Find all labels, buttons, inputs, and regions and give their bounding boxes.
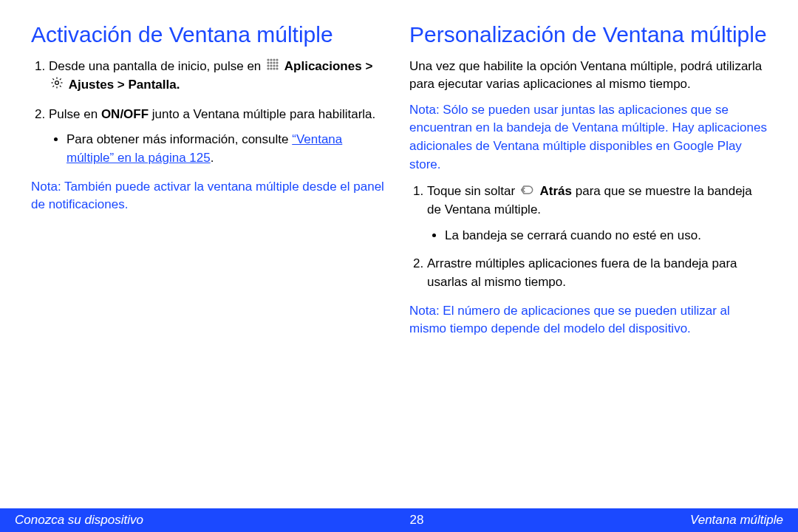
content-columns: Activación de Ventana múltiple Desde una…: [31, 21, 767, 338]
left-column: Activación de Ventana múltiple Desde una…: [31, 21, 389, 338]
back-arrow-icon: [520, 183, 535, 202]
svg-line-24: [60, 79, 61, 81]
svg-point-10: [273, 64, 275, 66]
svg-point-12: [267, 67, 269, 69]
right-step-1: Toque sin soltar Atrás para que se muest…: [427, 183, 767, 245]
svg-point-7: [276, 61, 278, 64]
right-step-1-sub: La bandeja se cerrará cuando no esté en …: [427, 227, 767, 245]
svg-point-1: [270, 58, 272, 61]
svg-point-14: [273, 67, 275, 69]
svg-line-22: [60, 86, 61, 87]
right-note2-text: : El número de aplicaciones que se puede…: [409, 304, 730, 336]
footer-page-number: 28: [409, 513, 423, 528]
manual-page: Activación de Ventana múltiple Desde una…: [0, 0, 798, 532]
svg-point-5: [270, 61, 272, 64]
left-note: Nota: También puede activar la ventana m…: [31, 178, 389, 214]
svg-point-11: [276, 64, 278, 66]
left-step-2: Pulse en ON/OFF junto a Ventana múltiple…: [49, 106, 389, 168]
apps-grid-icon: [266, 58, 279, 77]
right-step-1-atras: Atrás: [540, 184, 572, 198]
left-steps: Desde una pantalla de inicio, pulse en A…: [31, 58, 389, 168]
footer-left: Conozca su dispositivo: [15, 513, 143, 528]
right-note1-text: : Sólo se pueden usar juntas las aplicac…: [409, 103, 767, 171]
svg-point-6: [273, 61, 275, 64]
svg-point-4: [267, 61, 269, 64]
right-steps: Toque sin soltar Atrás para que se muest…: [409, 183, 767, 291]
right-note1-label: Nota: [409, 103, 436, 117]
right-note-1: Nota: Sólo se pueden usar juntas las apl…: [409, 101, 767, 174]
left-step-2-onoff: ON/OFF: [101, 107, 149, 121]
right-step-1-a: Toque sin soltar: [427, 184, 519, 198]
right-intro: Una vez que habilite la opción Ventana m…: [409, 58, 767, 94]
svg-point-13: [270, 67, 272, 69]
left-step-2-sub-1: Para obtener más información, consulte “…: [66, 131, 389, 167]
left-note-label: Nota: [31, 180, 58, 194]
left-sub1-a: Para obtener más información, consulte: [66, 132, 292, 146]
right-note2-label: Nota: [409, 304, 436, 318]
footer-right: Ventana múltiple: [690, 513, 783, 528]
svg-point-2: [273, 58, 275, 61]
right-step-2: Arrastre múltiples aplicaciones fuera de…: [427, 255, 767, 291]
left-sub1-dot: .: [211, 151, 214, 165]
svg-point-9: [270, 64, 272, 66]
right-column: Personalización de Ventana múltiple Una …: [409, 21, 767, 338]
svg-point-16: [55, 81, 59, 85]
left-heading: Activación de Ventana múltiple: [31, 21, 389, 49]
right-heading: Personalización de Ventana múltiple: [409, 21, 767, 49]
left-step-2-a: Pulse en: [49, 107, 101, 121]
left-step-2-c: junto a Ventana múltiple para habilitarl…: [149, 107, 375, 121]
left-step-1-apps: Aplicaciones >: [284, 59, 373, 73]
left-step-1-text-a: Desde una pantalla de inicio, pulse en: [49, 59, 265, 73]
svg-point-15: [276, 67, 278, 69]
left-note-text: : También puede activar la ventana múlti…: [31, 180, 384, 212]
left-step-1: Desde una pantalla de inicio, pulse en A…: [49, 58, 389, 95]
gear-icon: [50, 76, 64, 95]
left-step-1-rest: Ajustes > Pantalla.: [69, 78, 180, 92]
svg-line-21: [52, 79, 54, 81]
svg-point-8: [267, 64, 269, 66]
page-footer: Conozca su dispositivo 28 Ventana múltip…: [0, 508, 798, 532]
left-step-2-sub: Para obtener más información, consulte “…: [49, 131, 389, 167]
svg-line-23: [52, 86, 54, 87]
right-step-1-sub-1: La bandeja se cerrará cuando no esté en …: [445, 227, 767, 245]
right-note-2: Nota: El número de aplicaciones que se p…: [409, 302, 767, 338]
svg-point-0: [267, 58, 269, 61]
svg-point-3: [276, 58, 278, 61]
